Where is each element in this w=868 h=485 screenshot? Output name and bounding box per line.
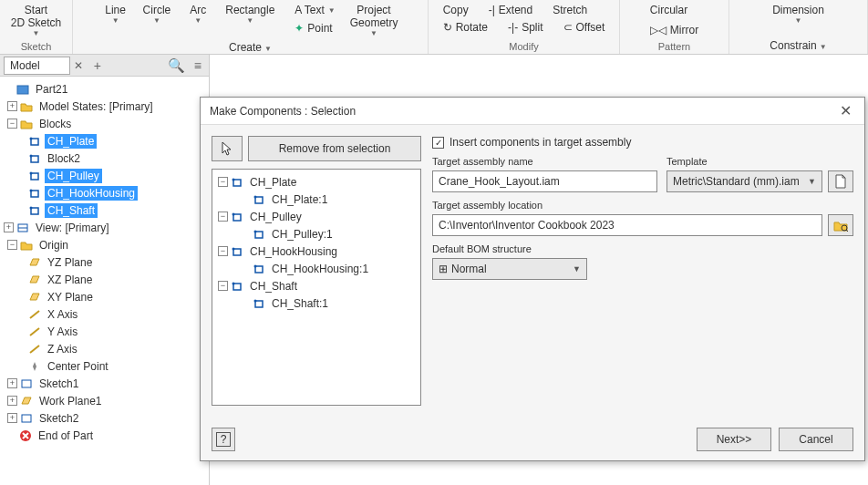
rotate-button[interactable]: ↻ Rotate [438,19,493,36]
selection-tree-child[interactable]: CH_Plate:1 [216,191,417,208]
search-icon[interactable]: 🔍 [162,57,191,74]
next-button[interactable]: Next>> [697,428,771,451]
browser-tree: Part21 +Model States: [Primary] −Blocks … [0,77,209,485]
tree-origin-item[interactable]: YZ Plane [2,253,207,271]
expand-icon[interactable]: + [7,378,17,388]
line-button[interactable]: Line▼ [98,2,134,26]
tree-origin-item[interactable]: Center Point [2,357,207,375]
tree-sketch2[interactable]: +Sketch2 [2,409,207,427]
hamburger-icon[interactable]: ≡ [191,58,205,73]
select-cursor-button[interactable] [212,136,243,161]
cursor-icon [221,141,233,156]
collapse-icon[interactable]: − [218,281,228,291]
selection-tree-node[interactable]: −CH_Shaft [216,277,417,294]
constrain-group-label: Constrain ▼ [770,37,826,54]
insert-components-checkbox-row[interactable]: ✓ Insert components in target assembly [432,136,853,149]
collapse-icon[interactable]: − [218,246,228,256]
tree-label: XY Plane [45,290,96,304]
arc-button[interactable]: Arc▼ [180,2,216,26]
block-icon [27,135,42,148]
tree-origin-item[interactable]: XZ Plane [2,271,207,288]
tree-label: Work Plane1 [36,394,104,408]
selection-tree-node[interactable]: −CH_Plate [216,173,417,191]
tree-block-item[interactable]: CH_Shaft [2,201,207,219]
tree-end-of-part[interactable]: End of Part [2,427,207,444]
target-assembly-name-label: Target assembly name [432,156,657,167]
tree-view[interactable]: +View: [Primary] [2,219,207,236]
start-2d-sketch-button[interactable]: Start 2D Sketch▼ [5,2,67,39]
selection-tree-node[interactable]: −CH_HookHousing [216,242,417,260]
block-icon [230,211,244,223]
point-button[interactable]: ✦Point [289,20,340,36]
rectangle-button[interactable]: Rectangle▼ [220,2,280,26]
tree-label: Y Axis [45,325,80,339]
offset-button[interactable]: ⊂ Offset [558,19,611,36]
tree-sketch1[interactable]: +Sketch1 [2,375,207,392]
collapse-icon[interactable]: − [218,212,228,222]
close-icon[interactable]: ✕ [836,102,855,119]
line-label: Line [105,4,126,16]
split-button[interactable]: -|- Split [502,19,548,36]
checkbox-icon[interactable]: ✓ [432,137,444,149]
close-tab-icon[interactable]: ✕ [70,59,87,72]
block-icon [27,187,42,200]
dimension-button[interactable]: Dimension▼ [767,2,830,26]
tree-origin-item[interactable]: X Axis [2,305,207,323]
extend-button[interactable]: -| Extend [483,2,538,18]
tree-model-states[interactable]: +Model States: [Primary] [2,98,207,115]
collapse-icon[interactable]: − [7,240,17,250]
expand-icon[interactable]: + [7,396,17,406]
expand-icon[interactable]: + [7,101,17,111]
selection-tree-child[interactable]: CH_Shaft:1 [216,294,417,312]
tree-root[interactable]: Part21 [2,80,207,98]
document-icon [834,174,847,189]
expand-icon[interactable]: + [4,222,14,232]
add-tab-icon[interactable]: + [87,58,108,73]
tree-label: CH_HookHousing [247,244,340,259]
selection-tree[interactable]: −CH_PlateCH_Plate:1−CH_PulleyCH_Pulley:1… [212,169,421,406]
browse-location-button[interactable] [828,214,853,236]
target-assembly-name-input[interactable]: Crane_Hook_Layout.iam [432,170,657,192]
circular-button[interactable]: Circular [645,2,693,18]
svg-point-22 [254,195,257,198]
tree-origin-item[interactable]: Y Axis [2,323,207,340]
tree-label: CH_Pulley:1 [269,227,336,242]
tree-block-item[interactable]: Block2 [2,150,207,167]
block-icon [252,228,266,241]
tree-origin-item[interactable]: Z Axis [2,340,207,357]
new-template-button[interactable] [828,170,853,192]
tree-label: YZ Plane [45,255,95,270]
tree-block-item[interactable]: CH_Plate [2,132,207,150]
template-combo[interactable]: Metric\Standard (mm).iam▼ [666,170,822,192]
selection-tree-child[interactable]: CH_HookHousing:1 [216,260,417,277]
mirror-button[interactable]: ▷◁ Mirror [645,22,704,38]
help-button[interactable]: ? [212,428,235,451]
stretch-button[interactable]: Stretch [547,2,593,18]
cancel-button[interactable]: Cancel [779,428,853,451]
tree-origin[interactable]: −Origin [2,236,207,253]
tree-label: X Axis [45,307,80,322]
project-geometry-button[interactable]: Project Geometry▼ [345,2,404,39]
selection-tree-node[interactable]: −CH_Pulley [216,208,417,225]
tree-workplane1[interactable]: +Work Plane1 [2,392,207,409]
svg-point-26 [254,230,257,232]
folder-browse-icon [833,219,848,232]
text-button[interactable]: A Text▼ [289,2,340,18]
collapse-icon[interactable]: − [218,177,228,187]
tree-origin-item[interactable]: XY Plane [2,288,207,305]
circle-button[interactable]: Circle▼ [138,2,177,26]
tree-block-item[interactable]: CH_Pulley [2,167,207,184]
target-assembly-location-input[interactable]: C:\Inventor\Inventor Cookbook 2023 [432,214,822,236]
collapse-icon[interactable]: − [7,119,17,129]
tree-block-item[interactable]: CH_HookHousing [2,184,207,201]
browser-tab-model[interactable]: Model [4,57,70,75]
bom-structure-combo[interactable]: ⊞Normal▼ [432,258,587,280]
expand-icon[interactable]: + [7,413,17,423]
tree-label: CH_Plate [45,134,97,149]
svg-rect-23 [233,214,241,221]
selection-tree-child[interactable]: CH_Pulley:1 [216,225,417,242]
copy-button[interactable]: Copy [438,2,474,18]
remove-from-selection-button[interactable]: Remove from selection [248,136,421,161]
tree-blocks[interactable]: −Blocks [2,115,207,132]
tree-label: Sketch1 [36,377,81,391]
